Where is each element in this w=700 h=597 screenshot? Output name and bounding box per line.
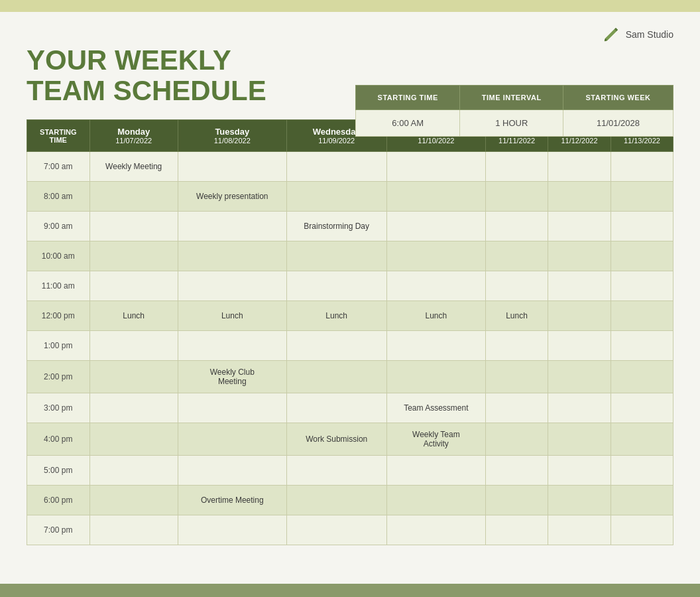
schedule-cell [548, 271, 611, 301]
schedule-cell [548, 456, 611, 486]
table-row: 1:00 pm [27, 331, 673, 361]
schedule-cell [89, 423, 178, 456]
schedule-cell [286, 182, 386, 212]
schedule-cell [611, 361, 673, 393]
schedule-cell [286, 361, 386, 393]
info-value-starting-week: 11/01/2028 [563, 110, 673, 137]
schedule-cell [89, 515, 178, 545]
schedule-cell [178, 241, 286, 271]
schedule-cell: Work Submission [286, 423, 386, 456]
schedule-cell [178, 152, 286, 182]
schedule-cell: Lunch [89, 301, 178, 331]
info-header-time-interval: TIME INTERVAL [460, 86, 563, 110]
schedule-cell [486, 486, 548, 515]
time-cell: 7:00 am [27, 152, 90, 182]
table-row: 9:00 amBrainstorming Day [27, 212, 673, 241]
schedule-cell [386, 241, 485, 271]
schedule-cell [611, 182, 673, 212]
schedule-cell [548, 212, 611, 241]
schedule-cell [89, 361, 178, 393]
schedule-cell [486, 423, 548, 456]
time-cell: 8:00 am [27, 182, 90, 212]
schedule-cell [89, 393, 178, 423]
schedule-cell [178, 212, 286, 241]
top-bar [0, 0, 700, 12]
schedule-cell [89, 212, 178, 241]
time-cell: 7:00 pm [27, 515, 90, 545]
schedule-cell [386, 152, 485, 182]
schedule-table: STARTINGTIME Monday 11/07/2022 Tuesday 1… [27, 119, 673, 545]
schedule-cell: Overtime Meeting [178, 486, 286, 515]
schedule-cell: Weekly Team Activity [386, 423, 485, 456]
schedule-cell [611, 331, 673, 361]
info-header-starting-time: STARTING TIME [356, 86, 460, 110]
schedule-cell [386, 361, 485, 393]
schedule-cell [548, 361, 611, 393]
bottom-bar [0, 584, 700, 597]
schedule-cell: Weekly Meeting [89, 152, 178, 182]
schedule-cell [386, 456, 485, 486]
schedule-cell [178, 423, 286, 456]
schedule-cell: Weekly Club Meeting [178, 361, 286, 393]
schedule-cell: Lunch [286, 301, 386, 331]
info-value-time-interval: 1 HOUR [460, 110, 563, 137]
info-value-starting-time: 6:00 AM [356, 110, 460, 137]
info-table-container: STARTING TIME TIME INTERVAL STARTING WEE… [355, 85, 673, 137]
schedule-cell [286, 456, 386, 486]
table-row: 8:00 amWeekly presentation [27, 182, 673, 212]
time-cell: 5:00 pm [27, 456, 90, 486]
schedule-cell [286, 515, 386, 545]
schedule-cell [286, 331, 386, 361]
schedule-cell [486, 361, 548, 393]
schedule-cell [548, 331, 611, 361]
schedule-cell: Brainstorming Day [286, 212, 386, 241]
schedule-cell [286, 486, 386, 515]
schedule-cell [89, 331, 178, 361]
schedule-cell [486, 212, 548, 241]
time-cell: 2:00 pm [27, 361, 90, 393]
col-header-tuesday: Tuesday 11/08/2022 [178, 120, 286, 152]
schedule-cell [611, 515, 673, 545]
schedule-cell [178, 515, 286, 545]
info-header-starting-week: STARTING WEEK [563, 86, 673, 110]
schedule-cell [548, 182, 611, 212]
schedule-cell [386, 331, 485, 361]
schedule-cell [486, 331, 548, 361]
schedule-cell [89, 271, 178, 301]
schedule-cell [286, 241, 386, 271]
col-header-monday: Monday 11/07/2022 [89, 120, 178, 152]
schedule-cell: Team Assessment [386, 393, 485, 423]
schedule-table-wrapper: STARTINGTIME Monday 11/07/2022 Tuesday 1… [27, 119, 673, 545]
schedule-cell [548, 152, 611, 182]
schedule-cell [386, 271, 485, 301]
schedule-cell [548, 393, 611, 423]
col-header-time: STARTINGTIME [27, 120, 90, 152]
schedule-cell [89, 241, 178, 271]
schedule-cell [486, 152, 548, 182]
schedule-cell [611, 152, 673, 182]
schedule-cell [286, 271, 386, 301]
schedule-cell [89, 456, 178, 486]
schedule-cell [178, 331, 286, 361]
schedule-cell [486, 182, 548, 212]
time-cell: 11:00 am [27, 271, 90, 301]
schedule-cell [486, 515, 548, 545]
schedule-cell: Lunch [386, 301, 485, 331]
table-row: 5:00 pm [27, 456, 673, 486]
schedule-cell [548, 486, 611, 515]
schedule-cell [386, 515, 485, 545]
schedule-cell [89, 486, 178, 515]
time-cell: 10:00 am [27, 241, 90, 271]
info-table: STARTING TIME TIME INTERVAL STARTING WEE… [355, 85, 673, 137]
time-cell: 4:00 pm [27, 423, 90, 456]
schedule-cell [386, 182, 485, 212]
time-cell: 9:00 am [27, 212, 90, 241]
schedule-cell [486, 241, 548, 271]
main-content: Sam Studio YOUR WEEKLY TEAM SCHEDULE STA… [0, 12, 700, 584]
schedule-cell [611, 423, 673, 456]
schedule-cell [286, 393, 386, 423]
schedule-cell: Weekly presentation [178, 182, 286, 212]
schedule-cell [611, 486, 673, 515]
schedule-cell [89, 182, 178, 212]
schedule-cell: Lunch [486, 301, 548, 331]
